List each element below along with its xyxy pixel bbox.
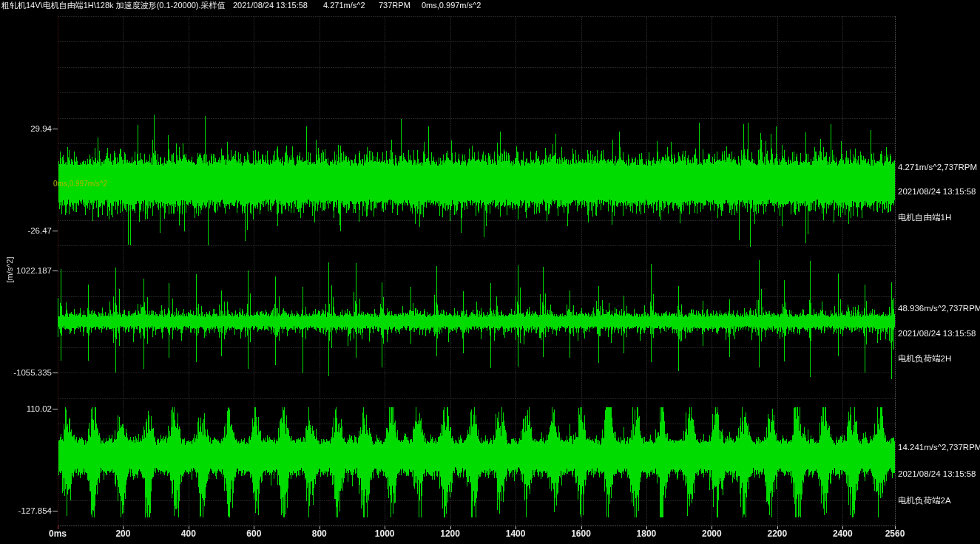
cursor-annotation: 0ms,0.997m/s^2 bbox=[53, 180, 107, 188]
y-tick-label: -127.854 bbox=[0, 506, 52, 516]
x-tick-label: 2200 bbox=[751, 528, 803, 539]
channel-name-annotation: 电机负荷端2H bbox=[898, 353, 951, 364]
channel-name-annotation: 电机自由端1H bbox=[898, 212, 951, 223]
channel-peak-annotation: 4.271m/s^2,737RPM bbox=[898, 163, 977, 171]
x-tick-label: 800 bbox=[294, 528, 345, 539]
y-tick-label: -1055.335 bbox=[0, 367, 52, 378]
x-tick-label: 0ms bbox=[32, 528, 84, 539]
channel-name-annotation: 电机负荷端2A bbox=[898, 495, 951, 506]
x-tick-label: 1600 bbox=[555, 528, 607, 539]
x-tick-label: 1000 bbox=[359, 528, 410, 539]
header-datetime: 2021/08/24 13:15:58 bbox=[233, 1, 308, 10]
x-tick-label: 1400 bbox=[490, 528, 541, 539]
channel-datetime-annotation: 2021/08/24 13:15:58 bbox=[898, 469, 976, 478]
y-tick-label: -26.47 bbox=[0, 225, 52, 236]
x-tick-label: 1800 bbox=[621, 528, 672, 539]
x-tick-label: 2000 bbox=[686, 528, 737, 539]
vibration-waveform-viewer: 粗轧机14V\电机自由端1H\128k 加速度波形(0.1-20000).采样值… bbox=[0, 0, 980, 544]
x-tick-label: 400 bbox=[163, 528, 214, 539]
header-rpm: 737RPM bbox=[379, 1, 410, 10]
y-tick-label: 1022.187 bbox=[0, 265, 52, 276]
y-tick-label: 29.94 bbox=[0, 123, 52, 134]
x-tick-label: 200 bbox=[97, 528, 149, 539]
header-peak-value: 4.271m/s^2 bbox=[323, 1, 365, 10]
channel-datetime-annotation: 2021/08/24 13:15:58 bbox=[898, 187, 976, 196]
x-tick-label: 2560 bbox=[869, 528, 921, 539]
x-tick-label: 600 bbox=[228, 528, 280, 539]
channel-peak-annotation: 48.936m/s^2,737RPM bbox=[898, 304, 980, 313]
channel-peak-annotation: 14.241m/s^2,737RPM bbox=[898, 443, 980, 452]
x-tick-label: 2400 bbox=[817, 528, 868, 539]
header-cursor-readout: 0ms,0.997m/s^2 bbox=[422, 1, 481, 10]
x-tick-label: 1200 bbox=[425, 528, 476, 539]
header-title: 粗轧机14V\电机自由端1H\128k 加速度波形(0.1-20000).采样值 bbox=[1, 1, 226, 10]
waveform-plot-canvas bbox=[0, 0, 980, 544]
channel-datetime-annotation: 2021/08/24 13:15:58 bbox=[898, 329, 976, 338]
y-tick-label: 110.02 bbox=[0, 404, 52, 414]
